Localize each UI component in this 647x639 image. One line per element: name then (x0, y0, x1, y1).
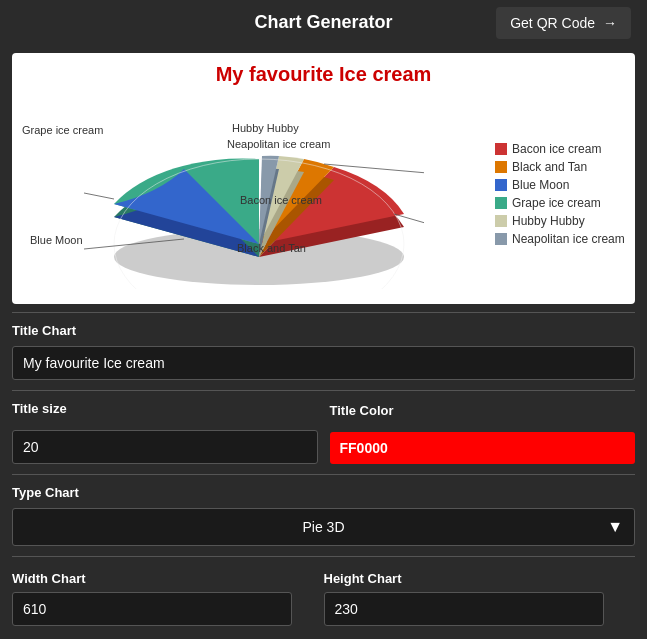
legend-color-hubby (495, 215, 507, 227)
title-color-label: Title Color (330, 403, 636, 418)
pie-chart: Bacon ice cream Black and Tan Grape ice … (22, 94, 485, 294)
qr-button-label: Get QR Code (510, 15, 595, 31)
legend-label-neapolitan: Neapolitan ice cream (512, 232, 625, 246)
legend-item-neapolitan: Neapolitan ice cream (495, 232, 625, 246)
type-chart-label: Type Chart (12, 485, 635, 500)
width-height-section: Width Chart Height Chart (12, 556, 635, 630)
height-chart-input[interactable] (324, 592, 604, 626)
legend-color-bluemoon (495, 179, 507, 191)
title-size-group: Title size (12, 401, 318, 464)
label-bacon: Bacon ice cream (240, 194, 322, 206)
title-size-color-section: Title size Title Color (12, 390, 635, 474)
legend-label-bluemoon: Blue Moon (512, 178, 569, 192)
label-blacktan: Black and Tan (237, 242, 306, 254)
label-hubby: Hubby Hubby (232, 122, 299, 134)
height-chart-group: Height Chart (324, 567, 636, 630)
title-chart-section: Title Chart (12, 312, 635, 390)
label-neapolitan: Neapolitan ice cream (227, 138, 330, 150)
chart-area: Bacon ice cream Black and Tan Grape ice … (22, 94, 625, 294)
legend-color-bacon (495, 143, 507, 155)
width-chart-input[interactable] (12, 592, 292, 626)
chart-title: My favourite Ice cream (22, 63, 625, 86)
type-chart-dropdown-wrapper: Pie 3D Pie Bar Line ▼ (12, 508, 635, 546)
arrow-right-icon: → (603, 15, 617, 31)
form-area: Title Chart Title size Title Color Type … (0, 312, 647, 630)
chart-container: My favourite Ice cream (12, 53, 635, 304)
label-bluemoon: Blue Moon (30, 234, 83, 246)
legend-label-blacktan: Black and Tan (512, 160, 587, 174)
legend-item-grape: Grape ice cream (495, 196, 625, 210)
chart-legend: Bacon ice cream Black and Tan Blue Moon … (495, 142, 625, 246)
title-size-input[interactable] (12, 430, 318, 464)
title-color-group: Title Color (330, 403, 636, 464)
width-chart-label: Width Chart (12, 571, 324, 586)
title-chart-input[interactable] (12, 346, 635, 380)
legend-label-grape: Grape ice cream (512, 196, 601, 210)
app-title: Chart Generator (254, 12, 392, 33)
type-chart-select[interactable]: Pie 3D Pie Bar Line (12, 508, 635, 546)
legend-color-blacktan (495, 161, 507, 173)
height-chart-label: Height Chart (324, 571, 636, 586)
legend-item-blacktan: Black and Tan (495, 160, 625, 174)
legend-label-hubby: Hubby Hubby (512, 214, 585, 228)
legend-item-hubby: Hubby Hubby (495, 214, 625, 228)
title-color-input[interactable] (330, 432, 636, 464)
legend-label-bacon: Bacon ice cream (512, 142, 601, 156)
label-grape: Grape ice cream (22, 124, 103, 136)
qr-code-button[interactable]: Get QR Code → (496, 7, 631, 39)
width-chart-group: Width Chart (12, 567, 324, 630)
legend-item-bluemoon: Blue Moon (495, 178, 625, 192)
header: Chart Generator Get QR Code → (0, 0, 647, 45)
svg-line-4 (84, 189, 114, 199)
legend-color-grape (495, 197, 507, 209)
legend-item-bacon: Bacon ice cream (495, 142, 625, 156)
title-chart-label: Title Chart (12, 323, 635, 338)
type-chart-section: Type Chart Pie 3D Pie Bar Line ▼ (12, 474, 635, 556)
title-size-label: Title size (12, 401, 318, 416)
legend-color-neapolitan (495, 233, 507, 245)
